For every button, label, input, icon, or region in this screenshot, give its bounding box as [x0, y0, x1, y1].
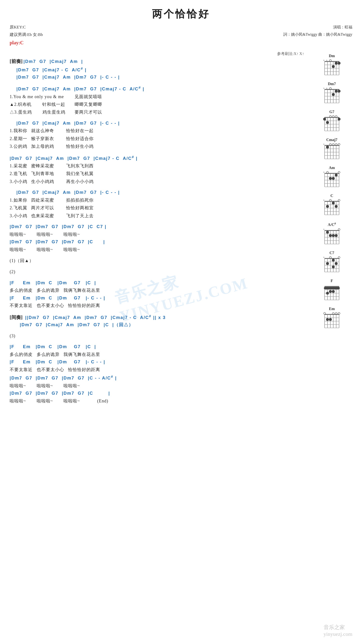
header: 两个恰恰好 原KEY:C 建议男调:Eb 女:Bb play:C 演唱：旺福 詞… — [10, 7, 352, 47]
section-3-header: (3) — [10, 332, 304, 340]
chorus1-chord: |Dm7 G7 |Cmaj7 Am |Dm7 G7 |Cmaj7 - C A/C… — [10, 154, 304, 162]
chord-dm-name: Dm — [329, 54, 335, 58]
svg-text:x: x — [323, 256, 324, 258]
svg-point-100 — [326, 205, 329, 208]
svg-point-116 — [329, 234, 332, 237]
header-right: 演唱：旺福 詞：姚小民&Twiggy 曲：姚小民&Twiggy — [283, 24, 352, 38]
chord-dm-svg: x x — [322, 59, 341, 76]
svg-rect-149 — [324, 287, 340, 289]
section-interlude: [间奏] ||Dm7 G7 |Cmaj7 Am |Dm7 G7 |Cmaj7 -… — [10, 313, 304, 329]
svg-point-15 — [335, 62, 338, 64]
section3-label: (3) — [10, 332, 304, 340]
svg-point-102 — [335, 205, 338, 208]
svg-point-115 — [326, 231, 329, 234]
svg-point-134 — [326, 262, 329, 265]
prelude-line2: |Dm7 G7 |Cmaj7 - C A/C# | — [10, 65, 304, 74]
artist-label: 演唱：旺福 — [283, 24, 352, 31]
chorus1-lyric3: 3.小小鸡 生小小鸡鸡 再生小小小鸡 — [10, 178, 304, 186]
verse1-lyric3: △3.蛋生鸡 鸡生蛋生鸡 要两只才可以 — [10, 108, 304, 116]
svg-point-137 — [335, 262, 338, 265]
suggest-key: 建议男调:Eb 女:Bb — [10, 31, 43, 38]
chorus2-lyric3: 3.小小鸡 也来采花蜜 飞到了天上去 — [10, 212, 304, 220]
section-3: |F Em |Dm C |Dm G7 |C | 多么的俏皮 多么的诡异 我俩飞舞… — [10, 343, 304, 405]
chord-dm: Dm x x — [322, 54, 341, 76]
svg-text:x: x — [326, 87, 327, 90]
section3-chord3: |Dm7 G7 |Dm7 G7 |Dm7 G7 |C - - A/C# | — [10, 374, 304, 382]
section-2: |F Em |Dm C |Dm G7 |C | 多么的俏皮 多么的诡异 我俩飞舞… — [10, 279, 304, 310]
play-key: play:C — [10, 38, 43, 47]
header-info: 原KEY:C 建议男调:Eb 女:Bb play:C 演唱：旺福 詞：姚小民&T… — [10, 24, 352, 47]
chord-cmaj7-name: Cmaj7 — [326, 138, 337, 142]
chord-ac-svg: x — [322, 228, 341, 246]
chord-am-svg: x — [322, 171, 341, 188]
page: 音乐之家YINYUEZJ.COM 两个恰恰好 原KEY:C 建议男调:Eb 女:… — [0, 0, 362, 644]
svg-point-117 — [332, 234, 335, 237]
chord-f: F — [322, 279, 341, 302]
section3-chord4: |Dm7 G7 |Dm7 G7 |Dm7 G7 |C | — [10, 390, 304, 397]
verse2-lyric2: 2.星期一 猴子穿新衣 恰恰好适合你 — [10, 135, 304, 142]
main-content: 参考刷法:X↑ X↑ [前奏] |Dm7 G7 |Cmaj7 Am | |Dm7… — [10, 51, 352, 408]
section-chorus1: |Dm7 G7 |Cmaj7 Am |Dm7 G7 |Cmaj7 - C A/C… — [10, 154, 304, 186]
chord-f-name: F — [331, 279, 333, 283]
interlude-line1: ||Dm7 G7 |Cmaj7 Am |Dm7 G7 |Cmaj7 - C A/… — [24, 315, 166, 320]
chorus1-lyric2: 2.造飞机 飞到青草地 我们坐飞机翼 — [10, 170, 304, 178]
chord-am-name: Am — [329, 166, 335, 170]
svg-text:x: x — [323, 171, 324, 173]
footer-watermark: 音乐之家yinyuezj.com — [324, 624, 352, 637]
song-title: 两个恰恰好 — [152, 7, 210, 21]
svg-point-32 — [335, 90, 338, 92]
svg-point-168 — [326, 318, 329, 321]
svg-point-68 — [326, 146, 329, 148]
bridge-lyric2: 啦啦啦~ 啦啦啦~ 啦啦啦~ — [10, 246, 304, 254]
section2-chord1: |F Em |Dm C |Dm G7 |C | — [10, 279, 304, 287]
svg-point-49 — [326, 121, 329, 124]
svg-point-84 — [332, 177, 335, 180]
chord-c7: C7 x — [322, 251, 341, 274]
svg-point-16 — [338, 62, 340, 64]
chord-dm7: Dm7 x x — [322, 82, 341, 104]
chorus2-lyric2: 2.飞机翼 两片才可以 恰恰好两相宜 — [10, 204, 304, 212]
section3-chord1: |F Em |Dm C |Dm G7 |C | — [10, 343, 304, 350]
chord-c: C x — [322, 194, 341, 216]
chord-diagrams: Dm x x — [311, 51, 352, 408]
prelude-line1: |Dm7 G7 |Cmaj7 Am | — [24, 59, 83, 64]
chord-g7-svg — [322, 115, 341, 132]
chord-em-name: Em — [329, 307, 335, 311]
section3-lyric1: 多么的俏皮 多么的诡异 我俩飞舞在花丛里 — [10, 350, 304, 358]
chord-cmaj7: Cmaj7 x — [322, 138, 341, 160]
chord-g7: G7 — [322, 110, 341, 132]
original-key: 原KEY:C — [10, 24, 43, 31]
chord-c7-svg: x — [322, 256, 341, 274]
section-2-header: (2) — [10, 268, 304, 276]
section2-lyric1: 多么的俏皮 多么的诡异 我俩飞舞在花丛里 — [10, 286, 304, 294]
section3-lyric3: 啦啦啦~ 啦啦啦~ 啦啦啦~ — [10, 382, 304, 390]
svg-text:x: x — [323, 199, 324, 201]
chord-c-name: C — [330, 194, 333, 198]
chord-am: Am x — [322, 166, 341, 188]
svg-point-169 — [329, 318, 332, 321]
chord-em-svg — [322, 312, 341, 329]
svg-text:x: x — [326, 59, 327, 62]
score-area: 参考刷法:X↑ X↑ [前奏] |Dm7 G7 |Cmaj7 Am | |Dm7… — [10, 51, 311, 408]
chord-cmaj7-svg: x — [322, 143, 341, 160]
section2-chord2: |F Em |Dm C |Dm G7 |- C - - | — [10, 294, 304, 302]
section3-chord2: |F Em |Dm C |Dm G7 |- C - - | — [10, 358, 304, 366]
section-chorus2: |Dm7 G7 |Cmaj7 Am |Dm7 G7 |- C - - | 1.如… — [10, 189, 304, 220]
verse2-lyric1: 1.我和你 就这么神奇 恰恰好在一起 — [10, 127, 304, 134]
chorus2-lyric1: 1.如果你 四处采花蜜 掐掐掐掐死你 — [10, 196, 304, 204]
chord-c-svg: x — [322, 199, 341, 216]
chord-ac#-name: A/C# — [328, 222, 336, 227]
svg-text:x: x — [323, 87, 324, 90]
svg-point-33 — [338, 90, 340, 92]
verse1-lyric2: ▲2.织布机 针和线一起 唧唧又复唧唧 — [10, 100, 304, 108]
interlude-label: [间奏] — [10, 315, 23, 320]
section2-label: (2) — [10, 268, 304, 276]
verse1-chord: |Dm7 G7 |Cmaj7 Am |Dm7 G7 |Cmaj7 - C A/C… — [10, 84, 304, 93]
svg-point-118 — [335, 234, 338, 237]
bridge-chord1: |Dm7 G7 |Dm7 G7 |Dm7 G7 |C C7 | — [10, 223, 304, 230]
svg-point-150 — [329, 290, 332, 293]
prelude-label: [前奏] — [10, 58, 23, 64]
header-left: 原KEY:C 建议男调:Eb 女:Bb play:C — [10, 24, 43, 47]
strum-hint: 参考刷法:X↑ X↑ — [10, 51, 304, 56]
section-verse2: |Dm7 G7 |Cmaj7 Am |Dm7 G7 |- C - - | 1.我… — [10, 120, 304, 150]
